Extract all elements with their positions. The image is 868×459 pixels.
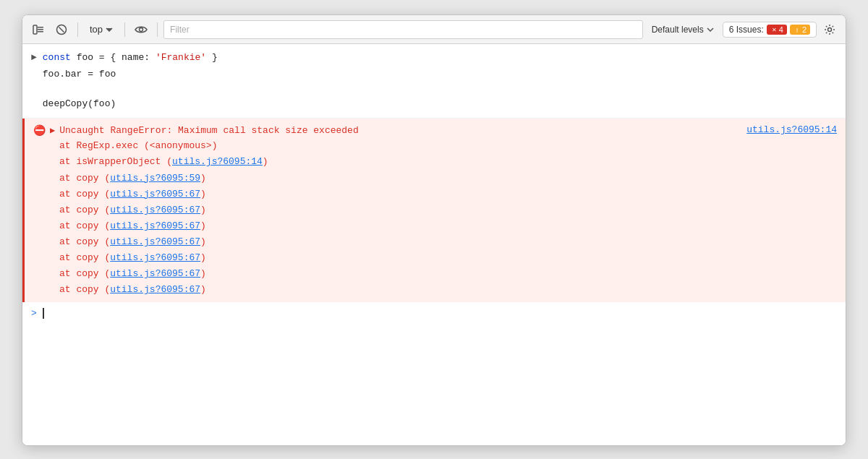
stack-frame-5: at copy (utils.js?6095:67) bbox=[59, 218, 837, 234]
context-selector-label: top bbox=[90, 24, 103, 35]
gear-icon bbox=[824, 24, 835, 35]
warning-badge-icon: ! bbox=[793, 26, 801, 33]
error-section: ⛔ ▶ Uncaught RangeError: Maximum call st… bbox=[22, 119, 846, 302]
warning-badge: ! 2 bbox=[790, 25, 810, 35]
svg-rect-1 bbox=[38, 27, 43, 28]
console-toolbar: top Default levels 6 Issues: bbox=[22, 15, 846, 44]
error-circle-icon: ⛔ bbox=[33, 124, 46, 137]
svg-rect-0 bbox=[33, 25, 37, 34]
svg-point-6 bbox=[140, 27, 143, 31]
console-line-2: ► foo.bar = foo bbox=[31, 67, 837, 83]
prompt-arrow: ► bbox=[31, 51, 37, 66]
stack-link-8[interactable]: utils.js?6095:67 bbox=[110, 268, 200, 279]
issues-badge[interactable]: 6 Issues: ✕ 4 ! 2 bbox=[723, 22, 817, 38]
toolbar-divider-2 bbox=[124, 22, 125, 37]
stack-link-7[interactable]: utils.js?6095:67 bbox=[110, 252, 200, 263]
devtools-window: top Default levels 6 Issues: bbox=[22, 14, 846, 446]
blank-line-1 bbox=[31, 83, 837, 96]
code-line-2: foo.bar = foo bbox=[43, 67, 116, 82]
error-stack-trace: at RegExp.exec (<anonymous>) at isWrappe… bbox=[25, 138, 846, 298]
svg-line-5 bbox=[59, 27, 64, 32]
console-input-area: ► const foo = { name: 'Frankie' } ► foo.… bbox=[22, 44, 846, 119]
error-expand-triangle[interactable]: ▶ bbox=[50, 125, 55, 136]
stack-frame-3: at copy (utils.js?6095:67) bbox=[59, 186, 837, 202]
levels-chevron-icon bbox=[707, 27, 714, 32]
log-levels-button[interactable]: Default levels bbox=[646, 22, 720, 37]
chevron-down-icon bbox=[106, 27, 113, 32]
stack-link-6[interactable]: utils.js?6095:67 bbox=[110, 236, 200, 247]
error-message: Uncaught RangeError: Maximum call stack … bbox=[59, 125, 358, 136]
svg-rect-3 bbox=[38, 31, 43, 33]
filter-input[interactable] bbox=[163, 20, 643, 39]
code-line-1: const foo = { name: 'Frankie' } bbox=[43, 51, 218, 66]
live-expressions-button[interactable] bbox=[131, 20, 151, 40]
error-badge-icon: ✕ bbox=[770, 26, 778, 33]
repl-cursor bbox=[43, 308, 44, 319]
stack-frame-7: at copy (utils.js?6095:67) bbox=[59, 250, 837, 266]
error-badge: ✕ 4 bbox=[767, 25, 787, 35]
stack-link-4[interactable]: utils.js?6095:67 bbox=[110, 205, 200, 215]
stack-frame-1: at isWrapperObject (utils.js?6095:14) bbox=[59, 154, 837, 170]
stack-frame-8: at copy (utils.js?6095:67) bbox=[59, 266, 837, 282]
error-header: ⛔ ▶ Uncaught RangeError: Maximum call st… bbox=[25, 123, 846, 138]
toolbar-divider-1 bbox=[77, 22, 78, 37]
stack-link-3[interactable]: utils.js?6095:67 bbox=[110, 189, 200, 200]
stack-link-1[interactable]: utils.js?6095:14 bbox=[172, 156, 263, 167]
log-levels-label: Default levels bbox=[652, 25, 704, 35]
settings-button[interactable] bbox=[820, 20, 840, 40]
stack-frame-9: at copy (utils.js?6095:67) bbox=[59, 282, 837, 298]
svg-rect-2 bbox=[38, 29, 43, 30]
error-title-row: ⛔ ▶ Uncaught RangeError: Maximum call st… bbox=[33, 124, 359, 137]
console-line-1: ► const foo = { name: 'Frankie' } bbox=[31, 50, 837, 67]
context-selector-button[interactable]: top bbox=[84, 22, 119, 37]
code-line-3: deepCopy(foo) bbox=[43, 97, 116, 112]
stack-frame-4: at copy (utils.js?6095:67) bbox=[59, 202, 837, 218]
repl-input-line: > bbox=[22, 302, 846, 325]
error-source-link[interactable]: utils.js?6095:14 bbox=[746, 124, 837, 135]
repl-prompt: > bbox=[31, 308, 37, 319]
stack-frame-0: at RegExp.exec (<anonymous>) bbox=[59, 138, 837, 154]
sidebar-toggle-button[interactable] bbox=[28, 20, 48, 40]
console-line-3: ► deepCopy(foo) bbox=[31, 96, 837, 113]
clear-console-button[interactable] bbox=[51, 20, 72, 40]
toolbar-divider-3 bbox=[157, 22, 158, 37]
stack-link-9[interactable]: utils.js?6095:67 bbox=[110, 284, 200, 295]
stack-link-2[interactable]: utils.js?6095:59 bbox=[110, 173, 200, 184]
stack-frame-6: at copy (utils.js?6095:67) bbox=[59, 234, 837, 250]
svg-point-11 bbox=[828, 27, 832, 31]
eye-icon bbox=[135, 25, 148, 34]
svg-text:!: ! bbox=[796, 26, 799, 33]
svg-text:✕: ✕ bbox=[771, 27, 776, 33]
issues-label: 6 Issues: bbox=[729, 25, 764, 35]
stack-frame-2: at copy (utils.js?6095:59) bbox=[59, 171, 837, 186]
console-body: ► const foo = { name: 'Frankie' } ► foo.… bbox=[22, 44, 846, 445]
stack-link-5[interactable]: utils.js?6095:67 bbox=[110, 220, 200, 231]
